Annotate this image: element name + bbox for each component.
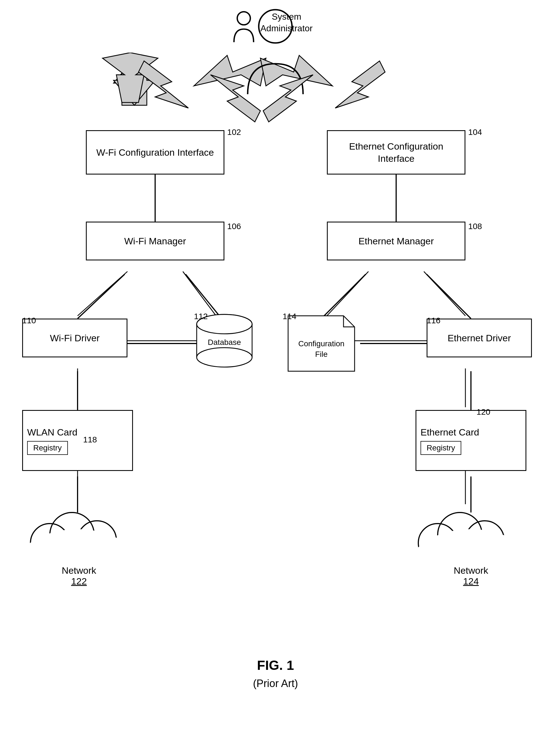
wifi-manager-box: Wi-Fi Manager: [86, 222, 224, 260]
svg-marker-20: [210, 75, 260, 122]
ref-120: 120: [477, 407, 490, 417]
wlan-card-box: WLAN Card Registry: [22, 410, 133, 471]
ref-108: 108: [468, 222, 482, 231]
ethernet-card-box: Ethernet Card Registry: [416, 410, 526, 471]
main-svg: [0, 0, 551, 756]
config-file-box: Configuration File: [283, 313, 360, 368]
config-file-svg: Configuration File: [283, 313, 360, 374]
ref-106: 106: [227, 222, 241, 231]
svg-text:Configuration: Configuration: [299, 339, 345, 348]
ethernet-driver-box: Ethernet Driver: [427, 318, 532, 357]
svg-marker-21: [335, 61, 385, 108]
ref-102: 102: [227, 127, 241, 137]
network-122: Network 122: [51, 565, 107, 587]
ref-118: 118: [83, 435, 97, 444]
svg-text:Database: Database: [208, 338, 241, 346]
fig-label: FIG. 1: [0, 658, 551, 673]
svg-marker-19: [138, 61, 188, 108]
wifi-driver-box: Wi-Fi Driver: [22, 318, 127, 357]
wlan-registry-box: Registry: [27, 441, 68, 455]
diagram: System Administrator: [0, 0, 551, 756]
database-box: Database: [194, 313, 255, 368]
wlan-card-label: WLAN Card: [27, 426, 77, 438]
ethernet-card-label: Ethernet Card: [421, 426, 479, 438]
database-svg: Database: [194, 313, 255, 368]
ethernet-config-box: Ethernet Configuration Interface: [327, 130, 465, 174]
svg-point-55: [197, 348, 252, 367]
ref-114: 114: [283, 312, 297, 321]
ref-104: 104: [468, 127, 482, 137]
ref-110: 110: [22, 316, 36, 325]
svg-line-31: [427, 274, 471, 318]
svg-line-30: [321, 274, 366, 318]
fig-sublabel: (Prior Art): [0, 678, 551, 690]
svg-point-18: [259, 10, 292, 43]
ref-116: 116: [427, 316, 441, 325]
ethernet-registry-box: Registry: [421, 441, 461, 455]
svg-text:File: File: [315, 350, 328, 358]
wifi-config-box: W-Fi Configuration Interface: [86, 130, 224, 174]
network-124: Network 124: [443, 565, 499, 587]
svg-marker-22: [263, 75, 313, 122]
ethernet-manager-box: Ethernet Manager: [327, 222, 465, 260]
svg-line-24: [78, 274, 125, 318]
ref-112: 112: [194, 312, 208, 321]
